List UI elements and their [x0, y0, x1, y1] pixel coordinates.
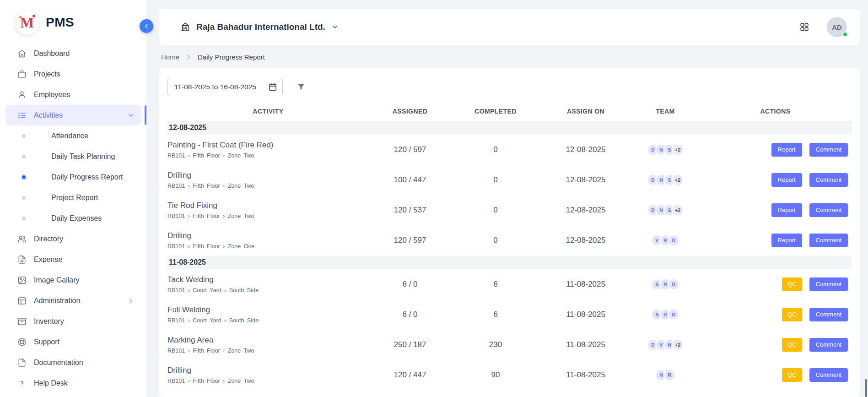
- sidebar-item-directory[interactable]: Directory: [5, 228, 141, 249]
- document-icon: [17, 358, 27, 367]
- qc-button[interactable]: QC: [782, 338, 802, 352]
- comment-button[interactable]: Comment: [809, 308, 848, 321]
- sidebar-item-documentation[interactable]: Documentation: [5, 352, 141, 373]
- report-button[interactable]: Report: [771, 173, 802, 187]
- sidebar-item-daily-expenses[interactable]: Daily Expenses: [0, 208, 146, 228]
- comment-button[interactable]: Comment: [809, 203, 848, 217]
- col-assigned: ASSIGNED: [369, 108, 451, 115]
- breadcrumb-current: Daily Progress Report: [198, 53, 265, 61]
- col-team: TEAM: [631, 108, 699, 115]
- main-content: Raja Bahadur International Ltd. AD Home: [146, 0, 868, 397]
- team-avatars: S R D: [631, 278, 699, 290]
- qc-button[interactable]: QC: [782, 308, 802, 321]
- table-row: Tie Rod Fixing RB101 › Fifth Floor › Zon…: [167, 195, 852, 225]
- comment-button[interactable]: Comment: [809, 338, 848, 352]
- sidebar-item-attendance[interactable]: Attendance: [0, 125, 146, 146]
- company-name: Raja Bahadur International Ltd.: [196, 22, 325, 32]
- table-row: Drilling RB101 › Fifth Floor › Zone Two …: [167, 165, 852, 195]
- table-row: Full Welding RB101 › Court Yard › South …: [167, 299, 852, 330]
- bullet-dot: [22, 175, 26, 179]
- comment-button[interactable]: Comment: [809, 143, 848, 157]
- table-row: Drilling RB101 › Fifth Floor › Zone One …: [167, 225, 852, 256]
- qc-button[interactable]: QC: [782, 368, 802, 382]
- user-icon: [17, 90, 27, 99]
- sidebar-item-inventory[interactable]: Inventory: [5, 311, 141, 332]
- online-status-dot: [842, 32, 848, 37]
- group-date-header: 11-08-2025: [167, 256, 852, 269]
- sidebar-item-dashboard[interactable]: Dashboard: [5, 43, 141, 64]
- activity-title: Drilling: [167, 171, 364, 180]
- app-logo[interactable]: M PMS: [0, 0, 146, 41]
- building-icon: [180, 22, 190, 32]
- completed-value: 0: [451, 236, 540, 245]
- app-name: PMS: [46, 15, 74, 30]
- sidebar-collapse-button[interactable]: [140, 19, 153, 33]
- sidebar-item-help-desk[interactable]: Help Desk: [5, 373, 141, 393]
- scrollbar-thumb[interactable]: [865, 379, 867, 397]
- layout-icon: [17, 296, 27, 305]
- breadcrumb-home-link[interactable]: Home: [161, 53, 179, 61]
- date-range-input[interactable]: 11-08-2025 to 16-08-2025: [167, 78, 283, 96]
- company-selector[interactable]: Raja Bahadur International Ltd.: [180, 22, 339, 32]
- assign-on-value: 11-08-2025: [540, 310, 631, 319]
- sidebar-item-daily-progress-report[interactable]: Daily Progress Report: [0, 167, 146, 187]
- assigned-value: 250 / 187: [369, 340, 451, 349]
- col-activity: ACTIVITY: [167, 108, 369, 115]
- filter-funnel-icon[interactable]: [297, 82, 306, 92]
- topbar-actions: AD: [799, 17, 847, 37]
- sidebar-item-daily-task-planning[interactable]: Daily Task Planning: [0, 146, 146, 167]
- table-row: Painting - First Coat (Fire Red) RB101 ›…: [167, 135, 852, 165]
- team-extra-count: +2: [672, 144, 684, 156]
- assign-on-value: 12-08-2025: [540, 175, 631, 185]
- comment-button[interactable]: Comment: [809, 234, 848, 247]
- sidebar-item-expense[interactable]: Expense: [5, 249, 141, 270]
- team-avatar: D: [668, 234, 679, 246]
- team-avatars: D V N +2: [631, 339, 699, 351]
- report-button[interactable]: Report: [771, 203, 802, 217]
- sidebar-item-administration[interactable]: Administration: [5, 290, 141, 311]
- activity-title: Tie Rod Fixing: [167, 201, 364, 210]
- sidebar-item-support[interactable]: Support: [5, 332, 141, 352]
- breadcrumb: Home Daily Progress Report: [159, 52, 860, 61]
- archive-box-icon: [17, 317, 27, 326]
- active-indicator-bar: [145, 105, 146, 125]
- sidebar-item-activities[interactable]: Activities: [5, 105, 141, 125]
- report-button[interactable]: Report: [771, 234, 802, 247]
- calendar-icon: [268, 82, 277, 92]
- activity-title: Drilling: [167, 366, 364, 375]
- app-root: M PMS Dashboard Projects: [0, 0, 868, 397]
- team-avatar: D: [668, 278, 679, 290]
- report-card: 11-08-2025 to 16-08-2025 ACTIVITY ASSIGN…: [159, 68, 860, 397]
- avatar-initials: AD: [832, 23, 842, 31]
- table-row: Drilling RB101 › Fifth Floor › Zone Two …: [167, 360, 852, 390]
- sidebar-item-project-report[interactable]: Project Report: [0, 187, 146, 208]
- apps-grid-icon[interactable]: [799, 22, 809, 32]
- sidebar-item-projects[interactable]: Projects: [5, 64, 141, 84]
- team-extra-count: +2: [672, 204, 684, 216]
- activity-path: RB101 › Fifth Floor › Zone Two: [167, 152, 364, 159]
- assign-on-value: 12-08-2025: [540, 145, 631, 154]
- col-actions: ACTIONS: [699, 108, 852, 115]
- comment-button[interactable]: Comment: [809, 277, 848, 291]
- sidebar-item-employees[interactable]: Employees: [5, 84, 141, 105]
- activity-title: Tack Welding: [167, 275, 364, 284]
- assigned-value: 120 / 537: [369, 206, 451, 215]
- assign-on-value: 12-08-2025: [540, 206, 631, 215]
- table-row: Tack Welding RB101 › Court Yard › South …: [167, 269, 852, 299]
- completed-value: 0: [451, 175, 540, 185]
- comment-button[interactable]: Comment: [809, 173, 848, 187]
- sidebar-item-image-gallary[interactable]: Image Gallary: [5, 270, 141, 290]
- image-icon: [17, 276, 27, 285]
- activity-path: RB101 › Fifth Floor › Zone Two: [167, 213, 364, 219]
- team-avatars: N R: [631, 369, 699, 381]
- activity-path: RB101 › Court Yard › South Side: [167, 317, 364, 324]
- col-completed: COMPLETED: [451, 108, 540, 115]
- comment-button[interactable]: Comment: [809, 368, 848, 382]
- report-button[interactable]: Report: [771, 143, 802, 157]
- user-avatar[interactable]: AD: [827, 17, 847, 37]
- assigned-value: 120 / 597: [369, 236, 451, 245]
- qc-button[interactable]: QC: [782, 277, 802, 291]
- date-range-value: 11-08-2025 to 16-08-2025: [174, 83, 256, 91]
- list-icon: [17, 111, 27, 120]
- completed-value: 230: [451, 340, 540, 349]
